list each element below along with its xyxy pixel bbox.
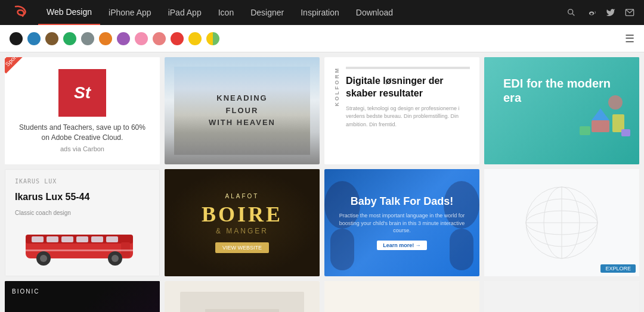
svg-point-21 [112, 255, 119, 262]
color-filter-yellow[interactable] [188, 32, 202, 45]
svg-rect-12 [47, 236, 58, 242]
color-filter-black[interactable] [10, 32, 23, 45]
svg-point-0 [568, 10, 573, 14]
dark-food-nav: ALAFOT [202, 193, 283, 199]
email-icon[interactable] [625, 8, 634, 17]
card-bionic[interactable]: BIONIC [5, 281, 160, 312]
nav-item-inspiration[interactable]: Inspiration [292, 0, 348, 25]
dark-food-sub: & MANGER [202, 227, 283, 235]
svg-rect-8 [621, 129, 630, 136]
baby-title: Baby Talk For Dads! [332, 195, 472, 208]
svg-rect-11 [32, 236, 44, 242]
card-mountain[interactable]: KNEADING FLOUR WITH HEAVEN [165, 57, 320, 164]
nav-item-ipad-app[interactable]: iPad App [160, 0, 210, 25]
search-icon[interactable] [566, 8, 576, 17]
card-bus[interactable]: IKARUS LUX Ikarus Lux 55-44 Classic coac… [5, 169, 160, 276]
logo[interactable] [10, 2, 31, 23]
svg-rect-14 [76, 236, 88, 242]
bionic-brand: BIONIC [12, 288, 39, 295]
color-filter-orange[interactable] [99, 32, 112, 45]
card-emergence[interactable]: 1902 — 1919 LES QUARTIERS L'émergence de… [324, 281, 479, 312]
color-filter-purple[interactable] [117, 32, 130, 45]
card-refined[interactable]: jörgensen REFINED EASY [484, 281, 639, 312]
color-filter-bar: ☰ [0, 25, 644, 52]
svg-point-7 [608, 95, 623, 110]
color-filter-red[interactable] [171, 32, 184, 45]
baby-cta[interactable]: Learn more! → [377, 241, 427, 250]
card-sponsor[interactable]: Sponsor St Students and Teachers, save u… [5, 57, 160, 164]
color-filter-pink[interactable] [135, 32, 148, 45]
navigation: Web Design iPhone App iPad App Icon Desi… [0, 0, 644, 25]
danish-body: Strategi, teknologi og design er profess… [346, 105, 470, 129]
sponsor-ribbon: Sponsor [5, 57, 30, 74]
color-filter-light-red[interactable] [153, 32, 166, 45]
color-filter-brown[interactable] [45, 32, 58, 45]
card-baby[interactable]: Baby Talk For Dads! Practise the most im… [324, 169, 479, 276]
color-filter-gray[interactable] [81, 32, 94, 45]
nav-item-download[interactable]: Download [348, 0, 401, 25]
mountain-text: KNEADING FLOUR WITH HEAVEN [209, 92, 275, 129]
nav-item-web-design[interactable]: Web Design [38, 0, 100, 25]
nav-icons [566, 8, 634, 17]
nav-item-icon[interactable]: Icon [210, 0, 242, 25]
dark-food-cta[interactable]: VIEW WEBSITE [215, 242, 269, 253]
weibo-icon[interactable] [586, 8, 596, 17]
svg-marker-6 [592, 108, 609, 120]
card-danish[interactable]: KOLFORM Digitale løsninger der skaber re… [324, 57, 479, 164]
bus-title: Ikarus Lux 55-44 [13, 192, 152, 202]
card-dark-food[interactable]: ALAFOT BOIRE & MANGER VIEW WEBSITE [165, 169, 320, 276]
svg-line-1 [572, 14, 574, 15]
gallery-grid: Sponsor St Students and Teachers, save u… [0, 52, 644, 312]
menu-icon[interactable]: ☰ [625, 32, 634, 45]
svg-rect-13 [61, 236, 73, 242]
sponsor-sub: ads via Carbon [60, 145, 104, 152]
sponsor-logo-text: St [74, 83, 91, 102]
nav-item-designer[interactable]: Designer [242, 0, 292, 25]
color-filter-half[interactable] [206, 32, 219, 45]
card-interior[interactable]: 51 [165, 281, 320, 312]
nav-item-iphone-app[interactable]: iPhone App [100, 0, 160, 25]
sponsor-logo: St [58, 69, 106, 117]
svg-rect-22 [26, 249, 133, 251]
sponsor-title: Students and Teachers, save up to 60% on… [14, 123, 150, 143]
svg-rect-16 [106, 236, 118, 242]
danish-side-text: KOLFORM [334, 67, 340, 107]
card-globe[interactable]: EXPLORE [484, 169, 639, 276]
danish-heading: Digitale løsninger der skaber resultater [346, 75, 470, 100]
card-edi[interactable]: EDI for the modern era [484, 57, 639, 164]
color-filter-blue[interactable] [27, 32, 41, 45]
baby-subtitle: Practise the most important language in … [332, 212, 472, 235]
svg-rect-5 [580, 126, 590, 135]
color-filter-green[interactable] [63, 32, 76, 45]
globe-cta[interactable]: EXPLORE [600, 264, 636, 273]
svg-rect-15 [91, 236, 103, 242]
twitter-icon[interactable] [606, 8, 615, 17]
svg-rect-3 [592, 120, 609, 132]
nav-menu: Web Design iPhone App iPad App Icon Desi… [38, 0, 566, 25]
svg-point-19 [40, 255, 47, 262]
dark-food-title: BOIRE [202, 202, 283, 227]
